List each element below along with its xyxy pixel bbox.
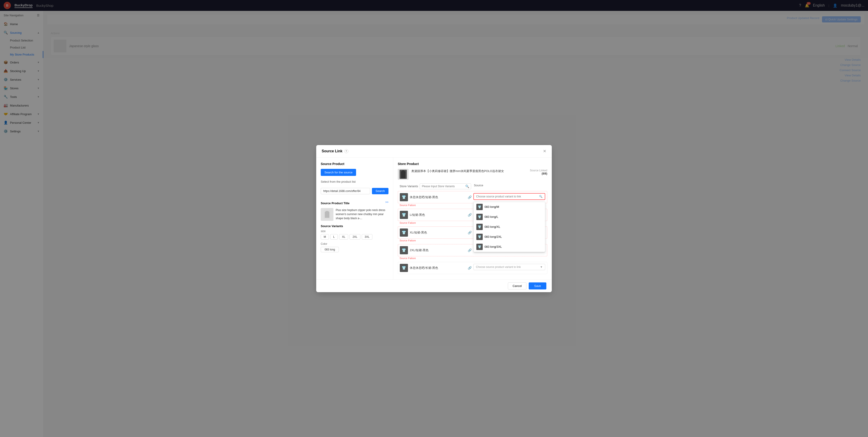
modal-overlay: Source Link ? ✕ Source Product Search fo… (0, 0, 868, 90)
